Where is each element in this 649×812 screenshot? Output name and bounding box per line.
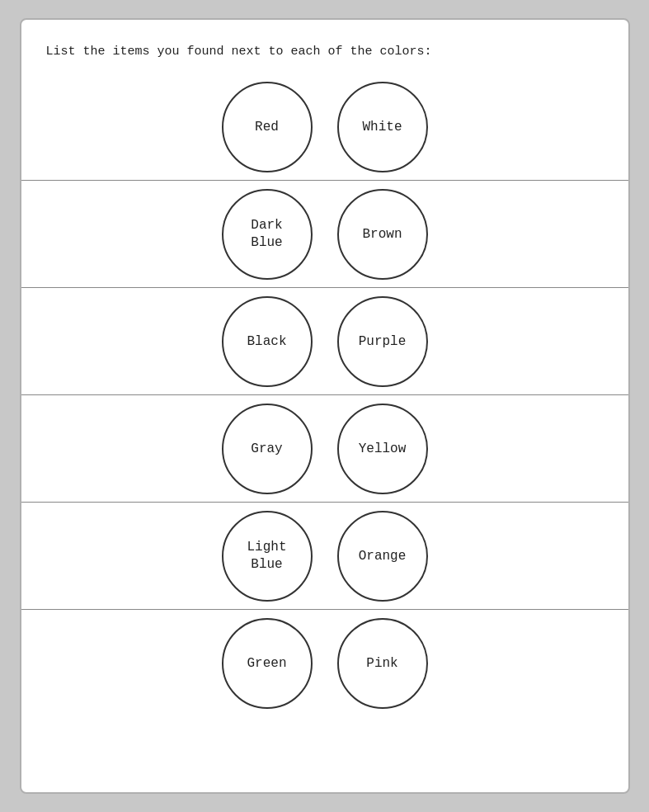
color-label-green: Green (247, 655, 286, 673)
color-circle-dark-blue: DarkBlue (222, 189, 313, 280)
color-row-6: GreenPink (46, 610, 604, 717)
color-label-light-blue: LightBlue (247, 539, 286, 574)
color-row-2: DarkBlueBrown (46, 181, 604, 288)
color-circle-yellow: Yellow (337, 404, 428, 494)
color-rows-container: RedWhiteDarkBlueBrownBlackPurpleGrayYell… (46, 73, 604, 717)
color-label-dark-blue: DarkBlue (251, 217, 282, 252)
color-label-white: White (362, 119, 402, 136)
instruction-text: List the items you found next to each of… (46, 45, 604, 59)
color-circle-gray: Gray (222, 404, 313, 494)
color-label-black: Black (247, 333, 286, 351)
color-circle-brown: Brown (337, 189, 428, 280)
color-label-purple: Purple (359, 333, 407, 351)
color-circle-red: Red (222, 82, 313, 172)
color-label-red: Red (255, 119, 279, 136)
color-circle-black: Black (222, 296, 313, 387)
color-circle-purple: Purple (337, 296, 428, 387)
worksheet-page: List the items you found next to each of… (20, 18, 630, 794)
color-circle-white: White (337, 82, 428, 172)
color-row-1: RedWhite (46, 73, 604, 181)
color-label-orange: Orange (359, 548, 407, 565)
color-circle-orange: Orange (337, 511, 428, 602)
color-row-4: GrayYellow (46, 395, 604, 503)
color-label-yellow: Yellow (359, 441, 407, 458)
color-circle-pink: Pink (337, 618, 428, 709)
color-label-pink: Pink (366, 655, 397, 673)
color-row-3: BlackPurple (46, 288, 604, 395)
color-label-brown: Brown (362, 226, 402, 243)
color-circle-green: Green (222, 618, 313, 709)
color-label-gray: Gray (251, 441, 282, 458)
color-row-5: LightBlueOrange (46, 503, 604, 610)
color-circle-light-blue: LightBlue (222, 511, 313, 602)
